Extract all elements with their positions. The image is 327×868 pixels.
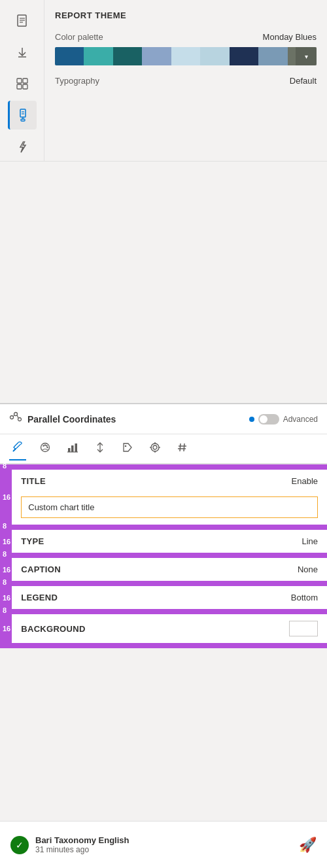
svg-point-21 [43,445,44,446]
toggle-dot [249,417,254,422]
caption-label: CAPTION [21,564,61,574]
sidebar-data-icon[interactable] [8,38,37,67]
advanced-toggle[interactable]: Advanced [249,414,318,425]
typography-row: Typography Default [55,76,317,86]
svg-point-31 [151,443,159,451]
title-value: Enable [292,476,318,486]
swatch-3 [113,47,142,65]
settings-bottom-padding [0,643,327,648]
title-size-num: 16 [3,493,10,501]
swatch-7 [230,47,258,65]
svg-rect-5 [17,78,22,83]
white-space-area [0,161,327,403]
svg-line-17 [13,415,14,417]
color-palette-value: Monday Blues [263,32,317,42]
svg-rect-11 [21,119,25,121]
caption-gap-num: 8 [3,551,7,558]
status-time: 31 minutes ago [35,845,129,854]
status-rocket-icon[interactable]: 🚀 [299,837,317,854]
swatch-1 [55,47,84,65]
type-section: TYPE Line [12,530,327,553]
svg-rect-7 [17,84,22,89]
type-section-wrapper: 8 16 TYPE Line [0,525,327,553]
parallel-coords-title: Parallel Coordinates [27,414,244,425]
wrench-toolbar-icon[interactable] [9,437,26,460]
settings-area: 8 16 TITLE Enable 8 [0,464,327,648]
color-palette-bar[interactable] [55,47,317,65]
title-section-wrapper: 8 16 TITLE Enable [0,464,327,525]
svg-rect-26 [71,445,74,452]
parallel-coords-icon [9,411,22,427]
typography-value: Default [290,76,317,86]
toggle-switch[interactable] [258,414,279,425]
svg-point-32 [153,445,157,449]
swatch-4 [142,47,171,65]
sidebar-format-icon[interactable] [8,101,37,130]
svg-point-16 [18,418,22,421]
chart-toolbar-icon[interactable] [64,438,81,460]
type-size-num: 16 [3,538,10,546]
color-palette-container[interactable]: ▾ [55,47,317,65]
title-gap-num: 8 [3,462,7,470]
title-input-row [12,493,327,525]
status-name: Bari Taxonomy English [35,835,129,845]
status-check-icon: ✓ [10,836,29,854]
background-color-picker[interactable] [289,621,318,636]
parallel-coords-header: Parallel Coordinates Advanced [0,404,327,434]
type-label: TYPE [21,536,44,546]
svg-point-30 [125,445,127,447]
background-label: BACKGROUND [21,624,85,634]
svg-line-19 [14,449,16,451]
sort-toolbar-icon[interactable] [92,438,109,460]
svg-rect-8 [23,84,27,89]
sidebar-analytics-icon[interactable] [8,132,37,161]
report-theme-content: REPORT THEME Color palette Monday Blues … [44,0,327,161]
parallel-coords-panel: Parallel Coordinates Advanced [0,404,327,714]
advanced-label: Advanced [283,415,318,424]
sidebar [0,0,44,161]
type-row: TYPE Line [12,530,327,553]
type-gap-num: 8 [3,523,7,530]
icon-toolbar [0,434,327,464]
sidebar-report-icon[interactable] [8,7,37,35]
svg-point-24 [46,447,48,448]
sidebar-model-icon[interactable] [8,69,37,98]
svg-line-37 [180,443,181,451]
swatch-2 [84,47,112,65]
tag-toolbar-icon[interactable] [119,438,136,460]
legend-row: LEGEND Bottom [12,586,327,609]
caption-size-num: 16 [3,566,10,574]
caption-section: CAPTION None [12,558,327,581]
legend-size-num: 16 [3,594,10,602]
target-toolbar-icon[interactable] [146,438,164,460]
legend-gap-num: 8 [3,579,7,586]
svg-rect-6 [23,78,27,83]
title-row: TITLE Enable [12,470,327,493]
toggle-knob [260,415,267,423]
below-settings-space [0,648,327,714]
swatch-6 [200,47,229,65]
title-label: TITLE [21,476,46,486]
status-bar: ✓ Bari Taxonomy English 31 minutes ago 🚀 [0,821,327,868]
type-value: Line [301,536,318,546]
svg-rect-25 [68,448,71,452]
background-gap-num: 8 [3,607,7,614]
swatch-8 [258,47,287,65]
palette-dropdown-icon[interactable]: ▾ [296,47,317,65]
title-input[interactable] [21,496,318,518]
report-theme-panel: REPORT THEME Color palette Monday Blues … [0,0,327,161]
status-text-group: Bari Taxonomy English 31 minutes ago [35,835,129,854]
color-palette-row: Color palette Monday Blues [55,32,317,42]
color-palette-label: Color palette [55,32,103,42]
typography-label: Typography [55,76,99,86]
palette-toolbar-icon[interactable] [37,438,54,460]
svg-rect-27 [75,443,78,452]
title-section: TITLE Enable [12,470,327,525]
svg-rect-9 [20,109,26,117]
hash-toolbar-icon[interactable] [174,438,191,460]
caption-row: CAPTION None [12,558,327,581]
background-size-num: 16 [3,625,10,633]
background-section: BACKGROUND [12,614,327,643]
swatch-5 [171,47,200,65]
report-theme-title: REPORT THEME [55,10,317,20]
